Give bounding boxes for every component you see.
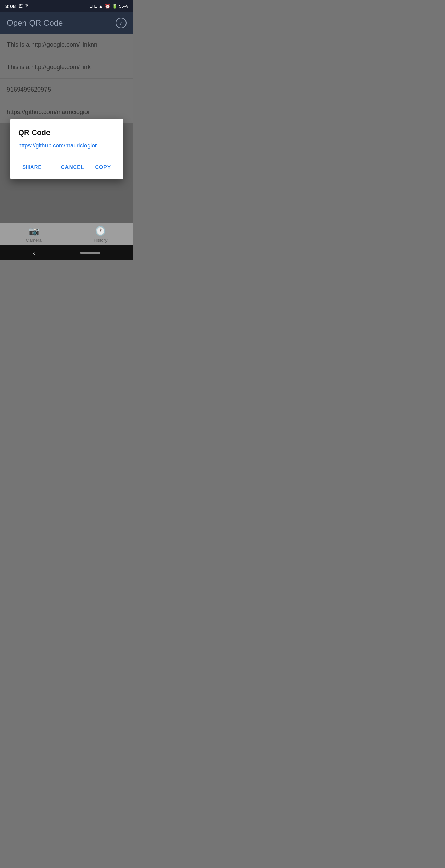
history-icon: 🕐 <box>95 226 106 236</box>
app-bar: Open QR Code i <box>0 12 133 34</box>
dialog-actions: SHARE CANCEL COPY <box>18 161 115 173</box>
copy-button[interactable]: COPY <box>91 161 115 173</box>
cancel-button[interactable]: CANCEL <box>57 161 89 173</box>
lte-label: LTE <box>89 4 97 9</box>
home-pill[interactable] <box>80 252 100 254</box>
dialog-url[interactable]: https://github.com/mauriciogior <box>18 142 115 149</box>
system-nav-bar: ‹ <box>0 245 133 260</box>
info-button[interactable]: i <box>116 18 127 28</box>
status-time: 3:08 <box>5 3 16 9</box>
signal-icon: ▲ <box>99 4 103 9</box>
battery-percent: 55% <box>119 4 128 9</box>
camera-label: Camera <box>26 238 42 243</box>
back-button[interactable]: ‹ <box>33 249 35 257</box>
dialog-title: QR Code <box>18 128 115 137</box>
bottom-nav: 📷 Camera 🕐 History <box>0 223 133 245</box>
share-button[interactable]: SHARE <box>18 161 46 173</box>
nav-history[interactable]: 🕐 History <box>94 226 107 243</box>
alarm-icon: ⏰ <box>105 4 110 9</box>
battery-icon: 🔋 <box>112 4 117 9</box>
status-bar: 3:08 🖼 𝐏 LTE ▲ ⏰ 🔋 55% <box>0 0 133 12</box>
nav-camera[interactable]: 📷 Camera <box>26 226 42 243</box>
history-label: History <box>94 238 107 243</box>
image-icon: 🖼 <box>18 4 23 9</box>
app-bar-title: Open QR Code <box>7 18 63 28</box>
status-right: LTE ▲ ⏰ 🔋 55% <box>89 4 128 9</box>
status-left: 3:08 🖼 𝐏 <box>5 3 28 9</box>
camera-icon: 📷 <box>28 226 39 236</box>
qr-code-dialog: QR Code https://github.com/mauriciogior … <box>10 119 123 179</box>
parking-icon: 𝐏 <box>25 3 28 9</box>
